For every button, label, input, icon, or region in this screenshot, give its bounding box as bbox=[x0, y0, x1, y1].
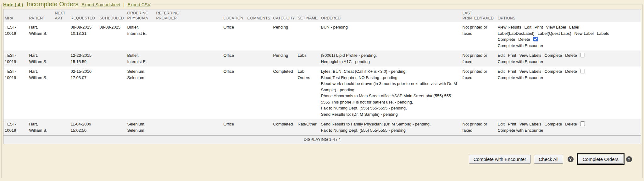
column-header-requested[interactable]: REQUESTED bbox=[69, 9, 98, 23]
option-print[interactable]: Print bbox=[508, 69, 516, 74]
export-csv-link[interactable]: Export CSV bbox=[128, 2, 151, 7]
order-item: Blood work should be drawn (in 3 months … bbox=[321, 81, 458, 93]
cell-scheduled bbox=[98, 119, 126, 136]
option-complete[interactable]: Complete bbox=[498, 37, 515, 42]
cell-ordering-physician: Selenium, Selenium bbox=[126, 119, 155, 136]
cell-comments bbox=[246, 119, 272, 136]
option-delete[interactable]: Delete bbox=[518, 37, 530, 42]
option-view-labels[interactable]: View Labels bbox=[519, 53, 541, 58]
option-view-label[interactable]: View Label bbox=[546, 25, 566, 29]
cell-options: EditPrintView LabelsCompleteDelete Compl… bbox=[497, 51, 641, 67]
option-complete-with-encounter[interactable]: Complete with Encounter bbox=[498, 43, 543, 48]
export-spreadsheet-link[interactable]: Export Spreadsheet bbox=[81, 2, 120, 7]
cell-patient: Hart, William S. bbox=[28, 119, 54, 136]
cell-ordering-physician: Butler, Internist E. bbox=[126, 22, 155, 51]
order-item: Fax to Nursing Dept. (555) 555-5555 - pe… bbox=[321, 105, 458, 111]
column-header-scheduled[interactable]: SCHEDULED bbox=[98, 9, 126, 23]
option-complete-with-encounter[interactable]: Complete with Encounter bbox=[498, 75, 543, 80]
cell-scheduled bbox=[98, 67, 126, 119]
column-header-referring-provider: REFERRING PROVIDER bbox=[155, 9, 222, 23]
cell-set-name: Labs bbox=[297, 51, 320, 67]
order-checkbox[interactable] bbox=[533, 37, 538, 41]
cell-scheduled: 08-08-2025 bbox=[98, 22, 126, 51]
cell-comments bbox=[246, 67, 272, 119]
option-complete[interactable]: Complete bbox=[545, 53, 562, 58]
cell-patient: Hart, William S. bbox=[28, 67, 54, 119]
option-complete-with-encounter[interactable]: Complete with Encounter bbox=[498, 128, 543, 133]
option-label-quest-labs[interactable]: Label(Quest Labs) bbox=[538, 31, 571, 36]
order-item: (80061) Lipid Profile - pending, bbox=[321, 52, 458, 59]
page-title: Incomplete Orders bbox=[27, 1, 79, 8]
cell-requested: 08-08-2025 10:13:31 bbox=[69, 22, 98, 51]
cell-last-printed-faxed: Not printed or faxed bbox=[461, 67, 497, 119]
option-delete[interactable]: Delete bbox=[565, 53, 577, 58]
table-footer-row: DISPLAYING 1-4 / 4 bbox=[3, 136, 641, 144]
option-edit[interactable]: Edit bbox=[498, 53, 505, 58]
option-print[interactable]: Print bbox=[508, 53, 516, 58]
incomplete-orders-panel: Hide ( 4 ) Incomplete Orders Export Spre… bbox=[2, 1, 642, 178]
complete-orders-button[interactable]: Complete Orders bbox=[578, 155, 623, 164]
cell-category: Completed bbox=[272, 119, 297, 136]
option-new-label[interactable]: New Label bbox=[575, 31, 594, 36]
cell-category: Pending bbox=[272, 51, 297, 67]
option-delete[interactable]: Delete bbox=[565, 69, 577, 74]
cell-mr: TEST-10019 bbox=[3, 51, 28, 67]
table-row: TEST-10019 Hart, William S. 08-08-2025 1… bbox=[3, 22, 641, 51]
cell-last-printed-faxed: Not printed or faxed bbox=[461, 51, 497, 67]
option-view-results[interactable]: View Results bbox=[498, 25, 521, 29]
cell-mr: TEST-10019 bbox=[3, 22, 28, 51]
option-edit[interactable]: Edit bbox=[524, 25, 531, 29]
column-header-options: OPTIONS bbox=[497, 9, 641, 23]
option-print[interactable]: Print bbox=[535, 25, 543, 29]
option-print[interactable]: Print bbox=[508, 122, 516, 126]
hide-link[interactable]: Hide ( 4 ) bbox=[3, 2, 23, 7]
order-checkbox[interactable] bbox=[580, 121, 585, 126]
help-icon[interactable]: ? bbox=[568, 156, 574, 162]
column-header-ordering-physician[interactable]: ORDERING PHYSICIAN bbox=[126, 9, 155, 23]
option-labels[interactable]: Labels bbox=[597, 31, 609, 36]
cell-ordered: Send Results to Family Physician: (Dr. M… bbox=[320, 119, 461, 136]
table-row: TEST-10019 Hart, William S. 11-04-2009 1… bbox=[3, 119, 641, 136]
column-header-ordered[interactable]: ORDERED bbox=[320, 9, 461, 23]
column-header-location[interactable]: LOCATION bbox=[222, 9, 246, 23]
complete-orders-highlight: Complete Orders bbox=[577, 153, 625, 165]
cell-next-apt bbox=[54, 67, 69, 119]
option-label[interactable]: Label bbox=[569, 25, 579, 29]
table-row: TEST-10019 Hart, William S. 12-23-2015 1… bbox=[3, 51, 641, 67]
option-view-labels[interactable]: View Labels bbox=[519, 69, 541, 74]
cell-referring-provider bbox=[155, 119, 222, 136]
option-label-labdoclabel[interactable]: Label(LabDocLabel) bbox=[498, 31, 535, 36]
check-all-button[interactable]: Check All bbox=[534, 155, 563, 164]
cell-mr: TEST-10019 bbox=[3, 119, 28, 136]
cell-ordering-physician: Selenium, Selenium bbox=[126, 67, 155, 119]
option-view-labels[interactable]: View Labels bbox=[519, 122, 541, 126]
cell-referring-provider bbox=[155, 51, 222, 67]
cell-location: Office bbox=[222, 67, 246, 119]
order-item: Lytes, BUN, Creat (Call if K+ is <3.0) -… bbox=[321, 68, 458, 75]
column-header-set-name[interactable]: SET NAME bbox=[297, 9, 320, 23]
cell-mr: TEST-10019 bbox=[3, 67, 28, 119]
option-complete-with-encounter[interactable]: Complete with Encounter bbox=[498, 59, 543, 64]
cell-options: EditPrintView LabelsCompleteDelete Compl… bbox=[497, 67, 641, 119]
cell-set-name: Lab Orders bbox=[297, 67, 320, 119]
cell-category: Pending bbox=[272, 22, 297, 51]
cell-patient: Hart, William S. bbox=[28, 51, 54, 67]
option-complete[interactable]: Complete bbox=[545, 69, 562, 74]
cell-requested: 12-23-2015 15:15:59 bbox=[69, 51, 98, 67]
order-item: BUN - pending bbox=[321, 24, 458, 30]
option-edit[interactable]: Edit bbox=[498, 122, 505, 126]
cell-ordering-physician: Butler, Internist E. bbox=[126, 51, 155, 67]
order-checkbox[interactable] bbox=[580, 53, 585, 57]
column-header-category[interactable]: CATEGORY bbox=[272, 9, 297, 23]
cell-referring-provider bbox=[155, 67, 222, 119]
order-checkbox[interactable] bbox=[580, 69, 585, 73]
cell-category: Completed bbox=[272, 67, 297, 119]
option-edit[interactable]: Edit bbox=[498, 69, 505, 74]
cell-options: View ResultsEditPrintView LabelLabel Lab… bbox=[497, 22, 641, 51]
cell-next-apt bbox=[54, 119, 69, 136]
option-delete[interactable]: Delete bbox=[565, 122, 577, 126]
help-icon[interactable]: ? bbox=[626, 156, 632, 162]
order-item: Phone Abnormals to Main Street office AS… bbox=[321, 93, 458, 105]
complete-with-encounter-button[interactable]: Complete with Encounter bbox=[469, 155, 531, 164]
option-complete[interactable]: Complete bbox=[545, 122, 562, 126]
